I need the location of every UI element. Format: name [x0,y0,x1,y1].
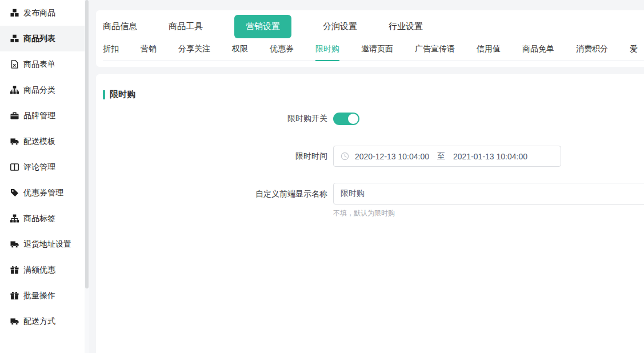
truck-icon [10,317,19,326]
sidebar-item-brand-management[interactable]: 品牌管理 [0,103,85,129]
subtab-consume-points[interactable]: 消费积分 [576,44,608,61]
subtab-share-follow[interactable]: 分享关注 [178,44,210,61]
time-label: 限时时间 [96,151,333,162]
sidebar-item-delivery-method[interactable]: 配送方式 [0,308,85,334]
sidebar-item-label: 商品列表 [23,34,55,44]
cubes-icon [10,9,19,17]
gift-icon [10,291,19,300]
sidebar-item-label: 配送模板 [23,137,55,147]
sidebar-item-label: 商品标签 [23,214,55,224]
sidebar-item-product-tag[interactable]: 商品标签 [0,206,85,231]
flash-time-row: 限时时间 2020-12-13 10:04:00 至 2021-01-13 10… [96,146,644,167]
flash-sale-toggle[interactable] [333,113,359,125]
sidebar-item-delivery-template[interactable]: 配送模板 [0,129,85,154]
file-excel-icon [10,60,19,69]
sidebar-item-label: 批量操作 [23,291,55,301]
section-header: 限时购 [103,89,644,100]
tab-product-tools[interactable]: 商品工具 [169,21,203,32]
tag-icon [10,188,19,197]
sidebar-item-coupon-management[interactable]: 优惠券管理 [0,180,85,206]
truck-icon [10,240,19,248]
briefcase-icon [10,111,19,120]
time-start-value: 2020-12-13 10:04:00 [355,152,429,161]
sidebar-item-label: 品牌管理 [23,111,55,121]
sidebar-item-label: 商品分类 [23,85,55,95]
clock-icon [341,152,349,161]
columns-icon [10,163,19,171]
custom-name-field-group: 不填，默认为限时购 [333,183,644,218]
sidebar-item-label: 商品表单 [23,59,55,70]
flash-sale-switch-row: 限时购开关 [96,113,644,125]
sidebar-item-label: 满额优惠 [23,265,55,275]
section-title: 限时购 [110,89,135,100]
sidebar-item-batch-operation[interactable]: 批量操作 [0,283,85,308]
subtab-permission[interactable]: 权限 [232,44,248,61]
sitemap-icon [10,86,19,94]
tab-marketing-settings[interactable]: 营销设置 [234,15,291,38]
subtab-credit-value[interactable]: 信用值 [477,44,501,61]
sidebar-item-label: 配送方式 [23,316,55,327]
sidebar-item-label: 评论管理 [23,162,55,173]
toggle-knob [348,114,358,124]
subtab-discount[interactable]: 折扣 [103,44,119,61]
truck-icon [10,137,19,146]
tabs-panel: 商品信息 商品工具 营销设置 分润设置 行业设置 折扣 营销 分享关注 权限 优… [96,10,644,67]
time-separator: 至 [437,151,445,162]
switch-label: 限时购开关 [96,114,333,124]
sidebar-item-label: 退货地址设置 [23,239,71,250]
time-range-input[interactable]: 2020-12-13 10:04:00 至 2021-01-13 10:04:0… [333,146,561,167]
sidebar-item-return-address[interactable]: 退货地址设置 [0,231,85,257]
custom-name-row: 自定义前端显示名称 不填，默认为限时购 [96,183,644,218]
custom-name-input[interactable] [333,183,644,204]
flash-sale-panel: 限时购 限时购开关 限时时间 2020-12-13 10:04:00 至 202… [96,74,644,353]
gift-icon [10,266,19,274]
cubes-icon [10,34,19,43]
sidebar-item-comment-management[interactable]: 评论管理 [0,154,85,180]
tab-profit-settings[interactable]: 分润设置 [323,21,357,32]
subtab-coupon[interactable]: 优惠券 [270,44,294,61]
sidebar-item-product-list[interactable]: 商品列表 [0,26,85,51]
custom-name-hint: 不填，默认为限时购 [333,208,644,218]
tab-industry-settings[interactable]: 行业设置 [389,21,423,32]
time-end-value: 2021-01-13 10:04:00 [453,152,527,161]
section-accent-bar [103,90,105,99]
sidebar-item-publish-product[interactable]: 发布商品 [0,0,85,26]
subtab-free-order[interactable]: 商品免单 [522,44,554,61]
sidebar: 发布商品 商品列表 商品表单 商品分类 品牌管理 配送模板 评论管理 优惠券管理… [0,0,85,353]
sidebar-item-label: 发布商品 [23,8,55,18]
sidebar-scrollbar[interactable] [85,0,89,288]
subtab-marketing[interactable]: 营销 [141,44,157,61]
sidebar-item-label: 优惠券管理 [23,188,63,198]
sidebar-item-product-category[interactable]: 商品分类 [0,77,85,103]
sidebar-item-full-discount[interactable]: 满额优惠 [0,257,85,283]
subtab-ad-slogan[interactable]: 广告宣传语 [415,44,455,61]
subtab-flash-sale[interactable]: 限时购 [315,44,339,61]
subtab-invite-page[interactable]: 邀请页面 [361,44,393,61]
sitemap-icon [10,214,19,223]
tab-product-info[interactable]: 商品信息 [103,21,137,32]
secondary-tab-bar: 折扣 营销 分享关注 权限 优惠券 限时购 邀请页面 广告宣传语 信用值 商品免… [103,41,644,61]
custom-name-label: 自定义前端显示名称 [96,183,333,204]
sidebar-item-product-form[interactable]: 商品表单 [0,51,85,77]
subtab-clipped[interactable]: 爱 [630,44,638,61]
primary-tab-bar: 商品信息 商品工具 营销设置 分润设置 行业设置 [96,10,644,41]
